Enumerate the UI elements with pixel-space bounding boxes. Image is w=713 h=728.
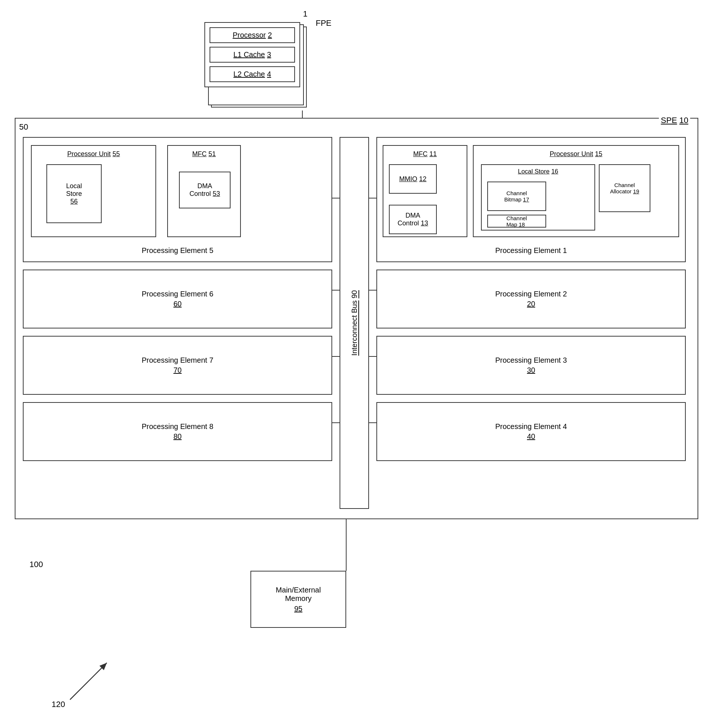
- dma-control-13-text: DMAControl 13: [397, 212, 428, 227]
- cb17-box: ChannelBitmap 17: [487, 182, 546, 211]
- pe6-name: Processing Element 6: [142, 290, 213, 298]
- spe-box: SPE 10 50 Processor Unit 55 LocalStore56: [15, 118, 698, 519]
- processor-label: Processor: [233, 31, 266, 39]
- pu55-label: Processor Unit 55: [32, 150, 155, 158]
- memory-label: Main/ExternalMemory: [276, 586, 321, 603]
- label-100: 100: [30, 560, 43, 569]
- cm18-box: ChannelMap 18: [487, 215, 546, 228]
- pe3-ref: 30: [527, 366, 535, 374]
- pe7-h-connector: [332, 356, 340, 357]
- pe4-box: Processing Element 4 40: [376, 402, 686, 461]
- pe6-h-connector: [332, 290, 340, 291]
- mfc51-box: MFC 51 DMAControl 53: [167, 145, 241, 237]
- l1cache-label: L1 Cache: [234, 51, 265, 58]
- pe2-box: Processing Element 2 20: [376, 270, 686, 328]
- arrow-120-area: [66, 655, 114, 705]
- svg-line-0: [70, 663, 107, 700]
- cm18-text: ChannelMap 18: [506, 215, 527, 228]
- pe6-box: Processing Element 6 60: [23, 270, 332, 328]
- pe2-name: Processing Element 2: [495, 290, 567, 298]
- arrow-120-svg: [66, 655, 114, 703]
- l1cache-ref: 3: [267, 51, 271, 58]
- ls16-box: Local Store 16 ChannelBitmap 17 ChannelM…: [481, 164, 595, 231]
- interconnect-bus: Interconnect Bus 90: [340, 137, 369, 509]
- pe4-h-connector: [368, 422, 376, 423]
- diagram-container: Processor 2 L1 Cache 3 L2 Cache 4 1 FPE …: [15, 15, 698, 713]
- dma-control-53-box: DMAControl 53: [179, 172, 231, 209]
- pe2-ref: 20: [527, 300, 535, 308]
- pe3-box: Processing Element 3 30: [376, 336, 686, 395]
- pe3-h-connector: [368, 356, 376, 357]
- dma-control-13-box: DMAControl 13: [389, 205, 437, 234]
- fpe-label: FPE: [316, 18, 331, 28]
- l1cache-box: L1 Cache 3: [210, 47, 295, 63]
- spe-label: SPE 10: [659, 116, 690, 125]
- mfc11-label: MFC 11: [383, 150, 467, 158]
- processor-box: Processor 2: [210, 27, 295, 43]
- mmio-box: MMIO 12: [389, 164, 437, 194]
- ca19-box: ChannelAllocator 19: [599, 164, 650, 212]
- cb17-text: ChannelBitmap 17: [504, 190, 529, 203]
- pe4-name: Processing Element 4: [495, 422, 567, 431]
- label-120: 120: [52, 700, 65, 709]
- pe8-name: Processing Element 8: [142, 422, 213, 431]
- pe1-label: Processing Element 1: [377, 246, 685, 255]
- pe8-box: Processing Element 8 80: [23, 402, 332, 461]
- left-section-ref: 50: [19, 122, 28, 132]
- fpe-ref-num: 1: [303, 9, 307, 19]
- mmio-text: MMIO 12: [399, 175, 427, 183]
- pe7-ref: 70: [173, 366, 182, 374]
- pe5-box: Processor Unit 55 LocalStore56 MFC 51: [23, 137, 332, 262]
- memory-box: Main/ExternalMemory 95: [251, 571, 346, 628]
- l2cache-ref: 4: [267, 70, 271, 78]
- right-section: MFC 11 MMIO 12 DMAControl 13: [376, 137, 686, 509]
- pu15-label: Processor Unit 15: [474, 150, 679, 158]
- pu55-box: Processor Unit 55 LocalStore56: [31, 145, 156, 237]
- pe7-box: Processing Element 7 70: [23, 336, 332, 395]
- pe5-label: Processing Element 5: [24, 246, 331, 255]
- pe6-ref: 60: [173, 300, 182, 308]
- pe5-h-connector: [332, 198, 340, 198]
- fpe-box: Processor 2 L1 Cache 3 L2 Cache 4: [204, 22, 300, 87]
- pe1-box: MFC 11 MMIO 12 DMAControl 13: [376, 137, 686, 262]
- l2cache-label: L2 Cache: [234, 70, 265, 78]
- pe7-name: Processing Element 7: [142, 356, 213, 364]
- interconnect-bus-label: Interconnect Bus 90: [350, 290, 359, 356]
- local-store-55-text: LocalStore56: [66, 182, 82, 206]
- left-section: Processor Unit 55 LocalStore56 MFC 51: [23, 137, 332, 509]
- l2cache-box: L2 Cache 4: [210, 66, 295, 82]
- pu15-box: Processor Unit 15 Local Store 16 Channel…: [473, 145, 679, 237]
- fpe-stack: Processor 2 L1 Cache 3 L2 Cache 4 1 FPE: [204, 22, 311, 110]
- pe4-ref: 40: [527, 432, 535, 441]
- mfc11-box: MFC 11 MMIO 12 DMAControl 13: [383, 145, 467, 237]
- dma-control-53-text: DMAControl 53: [189, 182, 220, 198]
- ca19-text: ChannelAllocator 19: [610, 182, 639, 194]
- memory-ref: 95: [294, 605, 302, 613]
- pe1-h-connector: [368, 198, 376, 198]
- pe8-ref: 80: [173, 432, 182, 441]
- pe2-h-connector: [368, 290, 376, 291]
- bus-to-memory-connector: [346, 519, 346, 571]
- pe3-name: Processing Element 3: [495, 356, 567, 364]
- pe8-h-connector: [332, 422, 340, 423]
- local-store-55-box: LocalStore56: [46, 164, 101, 223]
- mfc51-label: MFC 51: [168, 150, 240, 158]
- processor-ref: 2: [268, 31, 272, 39]
- ls16-label: Local Store 16: [482, 168, 594, 175]
